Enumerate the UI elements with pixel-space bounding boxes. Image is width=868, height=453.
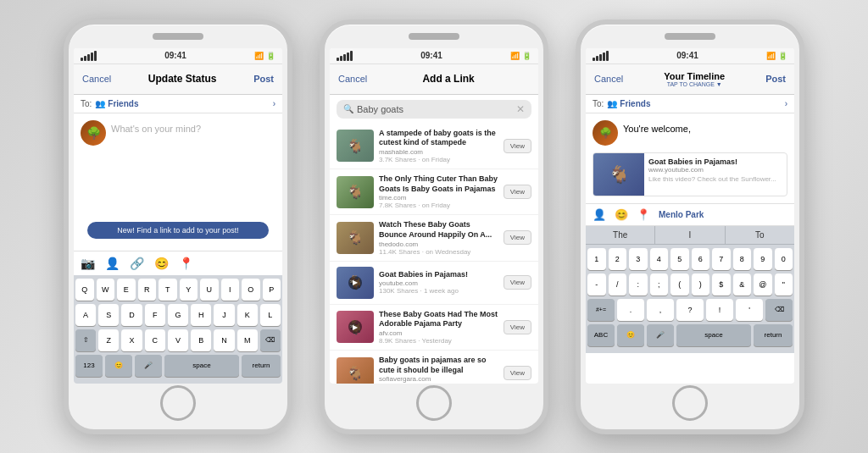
list-item[interactable]: 🐐 A stampede of baby goats is the cutest…	[330, 124, 538, 169]
to-row-1[interactable]: To: 👥 Friends ›	[74, 95, 282, 113]
key-slash[interactable]: /	[609, 273, 627, 296]
location-icon-1[interactable]: 📍	[179, 257, 193, 270]
key-mic-3[interactable]: 🎤	[647, 324, 674, 346]
key-exclaim[interactable]: !	[706, 299, 733, 321]
key-3[interactable]: 3	[629, 248, 648, 270]
key-r[interactable]: R	[138, 279, 157, 301]
key-l[interactable]: L	[260, 304, 281, 326]
cancel-button-3[interactable]: Cancel	[594, 74, 623, 84]
key-k[interactable]: K	[237, 304, 258, 326]
key-h[interactable]: H	[191, 304, 211, 326]
key-t[interactable]: T	[159, 279, 177, 301]
key-5[interactable]: 5	[670, 248, 689, 270]
key-question[interactable]: ?	[676, 299, 704, 321]
key-m[interactable]: M	[237, 329, 258, 351]
to-audience-3[interactable]: 👥 Friends	[607, 99, 650, 108]
nav-subtitle-3[interactable]: TAP TO CHANGE ▼	[623, 81, 765, 87]
key-dash[interactable]: -	[587, 273, 606, 296]
list-item[interactable]: 🐐 The Only Thing Cuter Than Baby Goats I…	[330, 169, 538, 215]
clear-icon-2[interactable]: ✕	[516, 103, 525, 115]
key-0[interactable]: 0	[775, 248, 793, 270]
key-9[interactable]: 9	[754, 248, 772, 270]
view-button-4[interactable]: View	[504, 320, 531, 334]
compose-text-3[interactable]: You're welcome,	[623, 120, 691, 146]
key-o[interactable]: O	[242, 279, 260, 301]
compose-area-1[interactable]: 🌳 What's on your mind? New! Find a link …	[74, 113, 282, 251]
key-backspace-3[interactable]: ⌫	[765, 299, 793, 321]
key-colon[interactable]: :	[629, 273, 648, 296]
key-d[interactable]: D	[121, 304, 142, 326]
key-amp[interactable]: &	[733, 273, 752, 296]
location-text-3[interactable]: Menlo Park	[659, 210, 704, 219]
pred-item-0[interactable]: The	[586, 226, 655, 244]
view-button-1[interactable]: View	[504, 185, 531, 199]
key-rparen[interactable]: )	[692, 273, 710, 296]
to-row-3[interactable]: To: 👥 Friends ›	[586, 95, 794, 113]
key-more-sym[interactable]: #+=	[587, 299, 615, 321]
key-w[interactable]: W	[97, 279, 115, 301]
view-button-2[interactable]: View	[504, 230, 531, 245]
to-audience-1[interactable]: 👥 Friends	[95, 99, 138, 108]
key-return-3[interactable]: return	[754, 324, 793, 346]
key-8[interactable]: 8	[733, 248, 752, 270]
list-item[interactable]: 🐐 ▶ These Baby Goats Had The Most Adorab…	[330, 305, 538, 351]
post-button-3[interactable]: Post	[765, 74, 786, 84]
pred-item-1[interactable]: I	[655, 226, 725, 244]
friends-tag-icon-3[interactable]: 👤	[593, 208, 606, 221]
key-emoji[interactable]: 😊	[105, 355, 132, 377]
key-quote[interactable]: "	[775, 273, 793, 296]
pred-item-2[interactable]: To	[726, 226, 794, 244]
key-g[interactable]: G	[168, 304, 188, 326]
link-icon-1[interactable]: 🔗	[130, 257, 144, 270]
key-i[interactable]: I	[221, 279, 240, 301]
key-j[interactable]: J	[214, 304, 234, 326]
key-lparen[interactable]: (	[670, 273, 689, 296]
key-semi[interactable]: ;	[650, 273, 669, 296]
key-period[interactable]: .	[617, 299, 644, 321]
key-z[interactable]: Z	[98, 329, 119, 351]
post-button-1[interactable]: Post	[253, 74, 274, 84]
key-return[interactable]: return	[242, 355, 281, 377]
key-abc[interactable]: ABC	[587, 324, 615, 346]
key-1[interactable]: 1	[587, 248, 606, 270]
key-mic[interactable]: 🎤	[135, 355, 162, 377]
view-button-3[interactable]: View	[504, 275, 531, 290]
key-f[interactable]: F	[145, 304, 165, 326]
list-item[interactable]: 🐐 Baby goats in pajamas are so cute it s…	[330, 351, 538, 384]
key-y[interactable]: Y	[180, 279, 198, 301]
key-p[interactable]: P	[263, 279, 281, 301]
emoji-icon-3[interactable]: 😊	[615, 208, 628, 221]
compose-placeholder-1[interactable]: What's on your mind?	[111, 120, 201, 146]
key-space-3[interactable]: space	[676, 324, 751, 346]
key-shift[interactable]: ⇧	[75, 329, 96, 351]
key-6[interactable]: 6	[692, 248, 710, 270]
list-item[interactable]: 🐐 Watch These Baby Goats Bounce Around H…	[330, 215, 538, 261]
camera-icon-1[interactable]: 📷	[81, 257, 95, 270]
emoji-icon-1[interactable]: 😊	[154, 257, 169, 270]
view-button-0[interactable]: View	[504, 139, 531, 153]
key-u[interactable]: U	[200, 279, 219, 301]
key-dollar[interactable]: $	[712, 273, 731, 296]
friends-tag-icon-1[interactable]: 👤	[105, 257, 120, 270]
key-n[interactable]: N	[214, 329, 234, 351]
key-e[interactable]: E	[117, 279, 136, 301]
key-x[interactable]: X	[121, 329, 142, 351]
key-apostrophe[interactable]: '	[736, 299, 763, 321]
key-comma[interactable]: ,	[647, 299, 674, 321]
key-4[interactable]: 4	[650, 248, 669, 270]
list-item[interactable]: 🐐 ▶ Goat Babies in Pajamas! youtube.com …	[330, 262, 538, 305]
link-preview-card-3[interactable]: 🐐 Goat Babies in Pajamas! www.youtube.co…	[593, 152, 787, 196]
search-input-2[interactable]	[357, 104, 513, 114]
cancel-button-1[interactable]: Cancel	[82, 74, 111, 84]
cancel-button-2[interactable]: Cancel	[338, 74, 367, 84]
key-s[interactable]: S	[98, 304, 119, 326]
view-button-5[interactable]: View	[504, 366, 531, 380]
key-a[interactable]: A	[75, 304, 96, 326]
key-b[interactable]: B	[191, 329, 211, 351]
key-123[interactable]: 123	[75, 355, 103, 377]
key-v[interactable]: V	[168, 329, 188, 351]
key-2[interactable]: 2	[609, 248, 627, 270]
search-bar-2[interactable]: 🔍 ✕	[337, 100, 531, 119]
key-c[interactable]: C	[145, 329, 165, 351]
key-7[interactable]: 7	[712, 248, 731, 270]
